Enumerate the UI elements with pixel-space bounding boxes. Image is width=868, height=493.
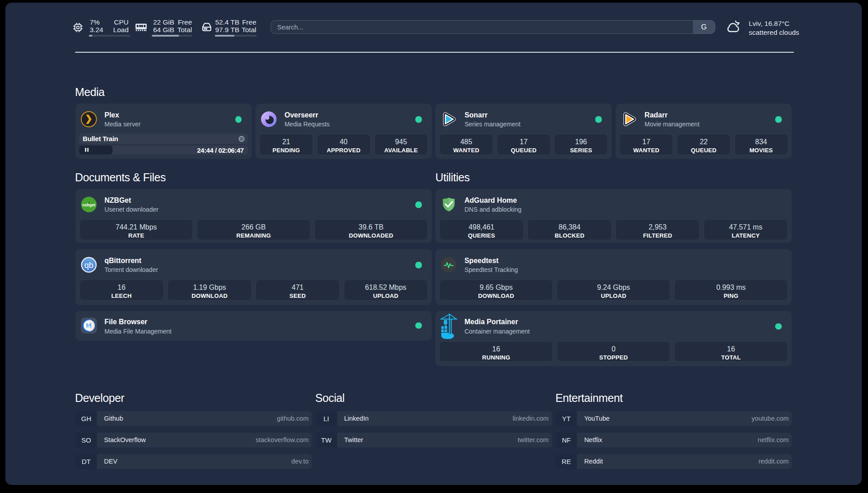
svg-text:qb: qb <box>84 261 93 270</box>
svg-text:nzbget: nzbget <box>83 203 96 207</box>
